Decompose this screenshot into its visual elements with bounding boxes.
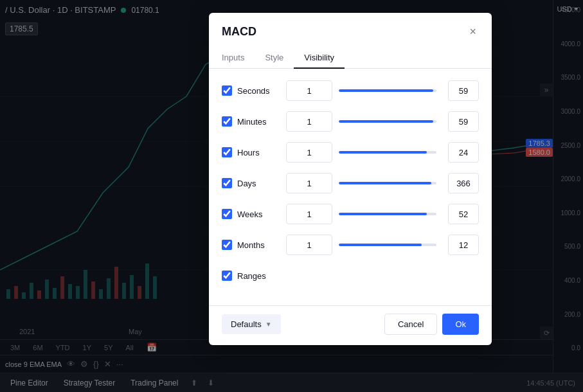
days-max-value: 366 [448,173,479,193]
hours-row: Hours 24 [222,141,479,164]
tab-style[interactable]: Style [255,48,294,69]
minutes-slider-wrap [339,111,436,132]
seconds-slider-wrap [339,80,436,101]
modal-title: MACD [222,25,256,39]
modal-close-button[interactable]: × [467,23,479,40]
minutes-checkbox-wrap: Minutes [222,116,280,127]
hours-min-input[interactable] [286,142,332,163]
seconds-label: Seconds [237,86,272,96]
months-row: Months 12 [222,233,479,256]
weeks-label: Weeks [237,209,272,219]
seconds-checkbox-wrap: Seconds [222,85,280,96]
months-checkbox-wrap: Months [222,240,280,250]
weeks-min-input[interactable] [286,204,332,224]
macd-modal: MACD × Inputs Style Visibility Seconds 5… [209,13,492,345]
minutes-row: Minutes 59 [222,110,479,133]
modal-body: Seconds 59 Minutes [209,69,492,305]
months-max-value: 12 [448,235,479,255]
weeks-max-value: 52 [448,204,479,224]
defaults-button[interactable]: Defaults ▼ [222,314,281,334]
minutes-checkbox[interactable] [222,116,232,127]
tab-visibility[interactable]: Visibility [294,48,345,69]
seconds-row: Seconds 59 [222,79,479,102]
ranges-checkbox-wrap: Ranges [222,271,280,281]
modal-tabs: Inputs Style Visibility [209,48,492,69]
months-min-input[interactable] [286,235,332,255]
tab-inputs[interactable]: Inputs [222,48,255,69]
seconds-checkbox[interactable] [222,85,232,96]
minutes-max-value: 59 [448,111,479,132]
days-slider-wrap [339,173,436,193]
hours-checkbox[interactable] [222,147,232,157]
defaults-label: Defaults [231,319,262,329]
hours-checkbox-wrap: Hours [222,147,280,157]
hours-label: Hours [237,148,272,157]
weeks-checkbox[interactable] [222,209,232,219]
days-checkbox-wrap: Days [222,178,280,188]
cancel-button[interactable]: Cancel [384,314,437,335]
ranges-row: Ranges [222,264,479,287]
days-checkbox[interactable] [222,178,232,188]
seconds-min-input[interactable] [286,80,332,101]
weeks-slider-wrap [339,204,436,224]
days-label: Days [237,179,272,188]
days-row: Days 366 [222,172,479,195]
months-label: Months [237,240,272,250]
minutes-label: Minutes [237,117,272,127]
chevron-down-icon: ▼ [265,321,272,328]
hours-max-value: 24 [448,142,479,163]
ranges-checkbox[interactable] [222,271,232,281]
minutes-min-input[interactable] [286,111,332,132]
months-checkbox[interactable] [222,240,232,250]
hours-slider-wrap [339,142,436,163]
days-min-input[interactable] [286,173,332,193]
seconds-max-value: 59 [448,80,479,101]
ranges-label: Ranges [237,271,272,281]
modal-footer: Defaults ▼ Cancel Ok [209,305,492,345]
footer-right: Cancel Ok [384,314,479,335]
ok-button[interactable]: Ok [442,314,479,335]
weeks-row: Weeks 52 [222,202,479,226]
modal-header: MACD × [209,13,492,40]
months-slider-wrap [339,235,436,255]
weeks-checkbox-wrap: Weeks [222,209,280,219]
